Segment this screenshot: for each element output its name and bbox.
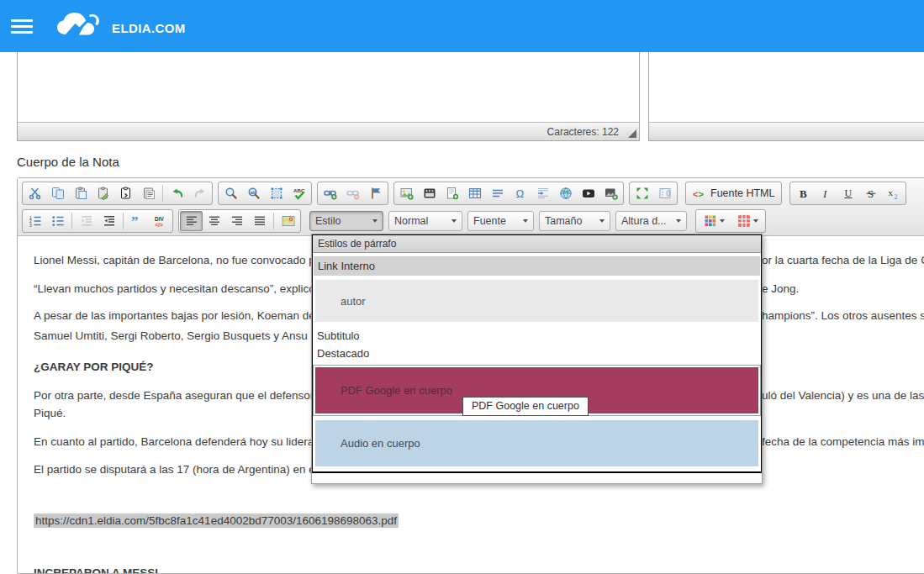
google-map-button[interactable] — [277, 211, 299, 231]
line-height-select[interactable]: Altura d... — [615, 211, 687, 231]
toolbar-group: EstiloNormalFuenteTamañoAltura d... — [306, 209, 690, 233]
size-select[interactable]: Tamaño — [539, 211, 610, 231]
special-char-icon: Ω — [514, 187, 527, 200]
source-button[interactable]: <>Fuente HTML — [685, 182, 782, 205]
outdent-button — [75, 211, 98, 231]
align-left-icon — [185, 214, 198, 228]
format-select[interactable]: Normal — [388, 211, 462, 231]
align-left-button[interactable] — [180, 211, 203, 231]
div-container-button[interactable]: DIV</> — [149, 211, 172, 231]
body-line-left: ¿GARAY POR PIQUÉ? — [34, 361, 154, 373]
replace-button[interactable]: ab — [242, 183, 265, 203]
character-count-bar: Caracteres: 122 — [18, 122, 639, 140]
align-center-icon — [208, 214, 221, 228]
iframe-button[interactable] — [554, 183, 577, 203]
font-select[interactable]: Fuente — [467, 211, 534, 231]
body-line-right: e Jong. — [762, 282, 799, 296]
style-option[interactable]: Link Interno — [314, 256, 760, 276]
source-icon: <> — [693, 187, 706, 200]
title-editor-area[interactable] — [18, 52, 639, 122]
undo-button[interactable] — [166, 183, 188, 203]
find-button[interactable] — [219, 183, 242, 203]
svg-text:I: I — [822, 187, 827, 199]
site-title: ELDIA.COM — [112, 21, 186, 35]
bold-button[interactable]: B — [791, 183, 814, 203]
toolbar-group — [695, 209, 766, 233]
body-line-left: INCREPARON A MESSI — [34, 566, 158, 573]
spellcheck-button[interactable]: ABC — [288, 183, 310, 203]
page-add-button[interactable] — [441, 183, 463, 203]
align-right-icon — [230, 214, 244, 228]
align-right-button[interactable] — [225, 211, 248, 231]
svg-text:B: B — [800, 187, 807, 199]
blockquote-button[interactable]: ” — [126, 211, 149, 231]
style-option[interactable]: Destacado — [313, 345, 761, 362]
select-all-button[interactable] — [265, 183, 288, 203]
align-justify-button[interactable] — [248, 211, 271, 231]
page-break-button[interactable] — [531, 183, 554, 203]
subscript-button[interactable]: x2 — [882, 183, 905, 203]
style-select[interactable]: Estilo — [309, 211, 383, 231]
size-select-label: Tamaño — [545, 215, 582, 227]
blockquote-icon: ” — [131, 214, 145, 228]
strikethrough-icon: S — [864, 187, 878, 200]
resize-grip-icon[interactable] — [628, 129, 636, 138]
underline-button[interactable]: U — [837, 183, 859, 203]
svg-text:”: ” — [131, 214, 139, 228]
svg-text:3: 3 — [29, 222, 32, 227]
bulleted-list-button[interactable] — [46, 211, 69, 231]
style-option[interactable]: Subtitulo — [313, 327, 761, 345]
media-button[interactable] — [418, 183, 441, 203]
paste-text-button[interactable] — [92, 183, 114, 203]
strikethrough-button[interactable]: S — [859, 183, 882, 203]
chevron-down-icon — [599, 219, 605, 223]
horizontal-rule-button[interactable] — [486, 183, 509, 203]
paste-template-button[interactable] — [114, 183, 137, 203]
table-color-button[interactable] — [731, 211, 764, 231]
style-option[interactable]: autor — [315, 280, 758, 322]
toolbar-group: Ω — [393, 182, 624, 205]
text-color-button[interactable] — [697, 211, 731, 231]
body-line-right: hampions”. Los otros ausentes s — [762, 308, 924, 323]
text-color-icon — [704, 214, 717, 228]
globe-icon — [559, 187, 573, 200]
slideshow-icon — [605, 187, 618, 200]
paste-word-button[interactable] — [137, 183, 160, 203]
show-blocks-icon — [658, 187, 672, 200]
slideshow-button[interactable] — [599, 183, 622, 203]
character-count: Caracteres: 122 — [547, 126, 619, 138]
underline-icon: U — [842, 187, 855, 200]
svg-text:DIV: DIV — [155, 215, 165, 221]
secondary-editor-panel — [648, 52, 924, 141]
align-center-button[interactable] — [203, 211, 225, 231]
body-line-left: El partido se disputará a las 17 (hora d… — [34, 463, 315, 476]
anchor-button[interactable] — [364, 183, 387, 203]
indent-button[interactable] — [98, 211, 120, 231]
hamburger-menu-icon[interactable] — [11, 19, 33, 34]
cut-button[interactable] — [24, 183, 46, 203]
youtube-button[interactable] — [577, 183, 599, 203]
table-button[interactable] — [463, 183, 486, 203]
italic-icon: I — [819, 187, 832, 200]
copy-button[interactable] — [46, 183, 69, 203]
chevron-down-icon — [720, 219, 725, 223]
google-map-icon — [282, 214, 295, 228]
paste-button[interactable] — [69, 183, 92, 203]
title-editor-panel: Caracteres: 122 — [17, 52, 640, 141]
paste-template-icon — [119, 187, 133, 200]
youtube-icon — [582, 187, 595, 200]
body-line: INCREPARON A MESSI — [34, 566, 924, 573]
link-button[interactable] — [319, 183, 341, 203]
svg-text:U: U — [844, 187, 852, 198]
maximize-button[interactable] — [631, 183, 653, 203]
italic-button[interactable]: I — [814, 183, 837, 203]
show-blocks-button[interactable] — [653, 183, 676, 203]
align-justify-icon — [253, 214, 267, 228]
bold-icon: B — [796, 187, 810, 200]
image-button[interactable] — [395, 183, 418, 203]
special-char-button[interactable]: Ω — [509, 183, 531, 203]
style-option[interactable]: Audio en cuerpo — [315, 420, 758, 466]
numbered-list-button[interactable]: 123 — [24, 211, 46, 231]
body-line-right: fecha de la competencia más imp — [762, 434, 924, 449]
secondary-editor-area[interactable] — [649, 52, 924, 122]
